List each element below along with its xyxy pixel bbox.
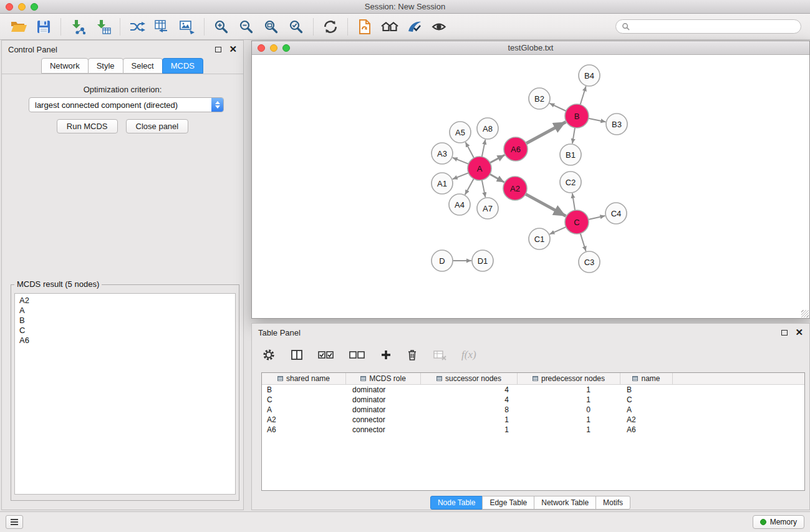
table-cell[interactable]: A bbox=[620, 405, 673, 414]
graph-node[interactable]: D1 bbox=[472, 250, 493, 271]
table-cell[interactable]: 1 bbox=[518, 395, 620, 404]
close-panel-button[interactable]: Close panel bbox=[126, 119, 189, 133]
float-table-panel-icon[interactable] bbox=[781, 330, 788, 336]
graph-edge[interactable] bbox=[549, 227, 566, 235]
table-settings-button[interactable] bbox=[262, 346, 276, 364]
graph-edge[interactable] bbox=[482, 140, 486, 157]
close-window-button[interactable] bbox=[6, 3, 13, 11]
zoom-fit-button[interactable] bbox=[259, 16, 284, 37]
table-row[interactable]: Bdominator41B bbox=[262, 385, 804, 395]
table-cell[interactable]: 1 bbox=[421, 425, 518, 434]
search-field[interactable] bbox=[615, 19, 801, 34]
memory-button[interactable]: Memory bbox=[753, 515, 804, 529]
tab-mcds[interactable]: MCDS bbox=[162, 58, 203, 74]
graph-node[interactable]: B4 bbox=[579, 65, 600, 86]
graph-node[interactable]: A8 bbox=[477, 118, 498, 139]
graph-edge[interactable] bbox=[482, 180, 486, 198]
tab-motifs[interactable]: Motifs bbox=[595, 496, 630, 510]
tab-network-table[interactable]: Network Table bbox=[534, 496, 596, 510]
graph-edge[interactable] bbox=[581, 233, 586, 251]
column-header-successor-nodes[interactable]: successor nodes bbox=[421, 373, 518, 384]
select-all-button[interactable] bbox=[318, 346, 334, 364]
table-cell[interactable]: 0 bbox=[518, 405, 620, 414]
zoom-in-button[interactable] bbox=[209, 16, 234, 37]
graph-node[interactable]: A7 bbox=[477, 198, 498, 219]
mcds-result-item[interactable]: A2 bbox=[19, 296, 231, 306]
table-cell[interactable]: dominator bbox=[346, 395, 421, 404]
table-row[interactable]: A6connector11A6 bbox=[262, 425, 804, 435]
import-table-from-file-button[interactable] bbox=[90, 16, 115, 37]
delete-table-button[interactable] bbox=[433, 346, 446, 364]
home-network-button[interactable] bbox=[377, 16, 402, 37]
table-cell[interactable]: connector bbox=[346, 415, 421, 424]
search-input[interactable] bbox=[634, 22, 795, 31]
graph-node[interactable]: A3 bbox=[432, 143, 453, 164]
graph-node[interactable]: A4 bbox=[449, 194, 470, 215]
tab-edge-table[interactable]: Edge Table bbox=[482, 496, 534, 510]
graph-edge[interactable] bbox=[466, 142, 475, 158]
new-network-button[interactable] bbox=[125, 16, 150, 37]
tab-network[interactable]: Network bbox=[41, 58, 89, 74]
graph-edge[interactable] bbox=[549, 104, 566, 111]
table-cell[interactable]: A6 bbox=[620, 425, 673, 434]
table-cell[interactable]: dominator bbox=[346, 385, 421, 394]
graph-edge[interactable] bbox=[526, 122, 566, 144]
graph-node[interactable]: B2 bbox=[529, 88, 550, 109]
tab-select[interactable]: Select bbox=[123, 58, 163, 74]
tab-style[interactable]: Style bbox=[88, 58, 123, 74]
graph-edge[interactable] bbox=[453, 158, 469, 164]
graph-edge[interactable] bbox=[453, 173, 469, 179]
close-table-panel-icon[interactable]: ✕ bbox=[795, 329, 803, 336]
table-row[interactable]: Adominator80A bbox=[262, 405, 804, 415]
new-table-button[interactable] bbox=[150, 16, 175, 37]
deselect-all-button[interactable] bbox=[349, 346, 365, 364]
export-image-button[interactable] bbox=[175, 16, 200, 37]
network-minimize-button[interactable] bbox=[270, 44, 277, 52]
network-canvas[interactable]: B4B2BB3A5A8A6B1A3AC2A1A2A4A7C4CC1C3DD1 bbox=[252, 55, 809, 318]
graph-node[interactable]: C bbox=[565, 210, 589, 234]
column-header-predecessor-nodes[interactable]: predecessor nodes bbox=[518, 373, 620, 384]
graph-edge[interactable] bbox=[490, 155, 505, 163]
float-panel-icon[interactable] bbox=[215, 47, 221, 52]
table-cell[interactable]: B bbox=[620, 385, 673, 394]
mcds-result-item[interactable]: C bbox=[19, 326, 231, 336]
table-cell[interactable]: C bbox=[620, 395, 673, 404]
graph-node[interactable]: C3 bbox=[579, 251, 600, 273]
zoom-window-button[interactable] bbox=[31, 3, 38, 11]
column-header-MCDS-role[interactable]: MCDS role bbox=[346, 373, 421, 384]
mcds-result-item[interactable]: B bbox=[19, 316, 231, 326]
show-hide-button[interactable] bbox=[427, 16, 452, 37]
refresh-button[interactable] bbox=[318, 16, 343, 37]
table-cell[interactable]: 4 bbox=[421, 395, 518, 404]
run-mcds-button[interactable]: Run MCDS bbox=[57, 119, 118, 133]
mcds-result-item[interactable]: A6 bbox=[19, 336, 231, 346]
table-cell[interactable]: 4 bbox=[421, 385, 518, 394]
graph-edge[interactable] bbox=[589, 216, 605, 220]
graph-node[interactable]: C1 bbox=[529, 228, 550, 249]
column-header-name[interactable]: name bbox=[620, 373, 673, 384]
tab-node-table[interactable]: Node Table bbox=[430, 496, 483, 510]
save-session-button[interactable] bbox=[31, 16, 56, 37]
delete-column-button[interactable] bbox=[407, 346, 418, 364]
table-cell[interactable]: 1 bbox=[518, 415, 620, 424]
graph-node[interactable]: B1 bbox=[560, 144, 581, 165]
open-file-button[interactable] bbox=[6, 16, 31, 37]
table-cell[interactable]: 8 bbox=[421, 405, 518, 414]
table-cell[interactable]: A2 bbox=[620, 415, 673, 424]
zoom-selected-button[interactable] bbox=[284, 16, 309, 37]
graph-node[interactable]: C2 bbox=[560, 172, 581, 193]
table-cell[interactable]: A bbox=[262, 405, 346, 414]
table-cell[interactable]: 1 bbox=[518, 385, 620, 394]
import-network-from-file-button[interactable] bbox=[65, 16, 90, 37]
table-cell[interactable]: B bbox=[262, 385, 346, 394]
graph-node[interactable]: B3 bbox=[606, 114, 627, 135]
graph-edge[interactable] bbox=[589, 118, 606, 122]
show-columns-button[interactable] bbox=[291, 346, 303, 364]
graph-node[interactable]: D bbox=[432, 250, 453, 271]
graph-node[interactable]: A2 bbox=[503, 177, 527, 200]
graph-edge[interactable] bbox=[526, 194, 566, 216]
table-row[interactable]: Cdominator41C bbox=[262, 395, 804, 405]
graph-edge[interactable] bbox=[581, 86, 586, 105]
graph-edge[interactable] bbox=[572, 193, 575, 210]
table-cell[interactable]: A2 bbox=[262, 415, 346, 424]
